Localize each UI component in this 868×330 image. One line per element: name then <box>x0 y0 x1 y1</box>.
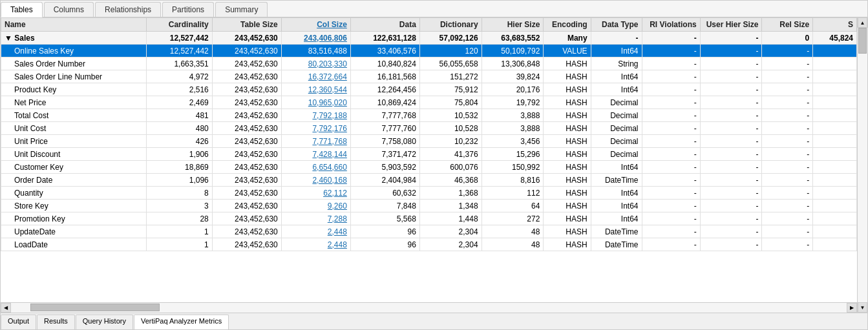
row-dictionary: 120 <box>419 45 482 57</box>
row-user-hier-size: - <box>700 161 762 174</box>
row-name: Net Price <box>1 96 147 109</box>
row-ri-violations: - <box>642 135 700 148</box>
row-encoding: HASH <box>544 96 591 109</box>
row-data: 7,371,472 <box>350 148 419 161</box>
row-extra <box>813 148 857 161</box>
row-cardinality: 3 <box>147 200 212 212</box>
row-hier-size: 272 <box>482 212 544 225</box>
bottom-tab-output[interactable]: Output <box>1 315 36 329</box>
row-hier-size: 50,109,792 <box>482 45 544 57</box>
table-row[interactable]: Unit Discount 1,906 243,452,630 7,428,14… <box>1 148 857 161</box>
bottom-tab-results[interactable]: Results <box>37 315 75 329</box>
col-header-user-hier-size[interactable]: User Hier Size <box>700 18 762 32</box>
row-data: 7,848 <box>350 200 419 212</box>
row-rel-size: - <box>762 83 813 96</box>
table-row[interactable]: Net Price 2,469 243,452,630 10,965,020 1… <box>1 96 857 109</box>
col-header-table-size[interactable]: Table Size <box>212 18 281 32</box>
col-header-data[interactable]: Data <box>350 18 419 32</box>
table-row[interactable]: LoadDate 1 243,452,630 2,448 96 2,304 48… <box>1 238 857 251</box>
row-dictionary: 600,076 <box>419 161 482 174</box>
row-cardinality: 8 <box>147 187 212 200</box>
h-scroll-left-btn[interactable]: ◀ <box>1 303 11 313</box>
row-rel-size: - <box>762 200 813 212</box>
h-scroll-thumb[interactable] <box>30 304 160 311</box>
group-row-sales[interactable]: ▼ Sales 12,527,442 243,452,630 243,406,8… <box>1 32 857 45</box>
row-user-hier-size: - <box>700 70 762 83</box>
row-data-type: Int64 <box>591 200 642 212</box>
row-user-hier-size: - <box>700 174 762 187</box>
table-content: Name Cardinality Table Size Col Size Dat… <box>1 17 857 313</box>
v-scrollbar[interactable]: ▲ ▼ <box>857 17 867 313</box>
col-header-extra[interactable]: S <box>813 18 857 32</box>
row-data: 7,777,760 <box>350 122 419 135</box>
col-header-name[interactable]: Name <box>1 18 147 32</box>
row-hier-size: 3,456 <box>482 135 544 148</box>
row-data: 10,869,424 <box>350 96 419 109</box>
row-col-size: 7,288 <box>281 212 350 225</box>
h-scroll-track[interactable] <box>11 303 847 313</box>
col-header-hier-size[interactable]: Hier Size <box>482 18 544 32</box>
table-row[interactable]: UpdateDate 1 243,452,630 2,448 96 2,304 … <box>1 225 857 238</box>
col-header-encoding[interactable]: Encoding <box>544 18 591 32</box>
main-area: Name Cardinality Table Size Col Size Dat… <box>1 17 867 313</box>
row-data: 5,568 <box>350 212 419 225</box>
table-row[interactable]: Customer Key 18,869 243,452,630 6,654,66… <box>1 161 857 174</box>
table-row[interactable]: Unit Cost 480 243,452,630 7,792,176 7,77… <box>1 122 857 135</box>
row-data-type: Decimal <box>591 109 642 122</box>
col-header-data-type[interactable]: Data Type <box>591 18 642 32</box>
table-row[interactable]: Sales Order Number 1,663,351 243,452,630… <box>1 57 857 70</box>
table-row[interactable]: Online Sales Key 12,527,442 243,452,630 … <box>1 45 857 57</box>
bottom-tab-query-history[interactable]: Query History <box>76 315 133 329</box>
row-encoding: HASH <box>544 174 591 187</box>
row-dictionary: 56,055,658 <box>419 57 482 70</box>
v-scroll-up-btn[interactable]: ▲ <box>858 17 867 28</box>
row-ri-violations: - <box>642 83 700 96</box>
col-header-ri-violations[interactable]: RI Violations <box>642 18 700 32</box>
col-header-col-size[interactable]: Col Size <box>281 18 350 32</box>
bottom-tab-bar: Output Results Query History VertiPaq An… <box>1 313 867 329</box>
col-header-cardinality[interactable]: Cardinality <box>147 18 212 32</box>
table-row[interactable]: Quantity 8 243,452,630 62,112 60,632 1,3… <box>1 187 857 200</box>
tab-relationships[interactable]: Relationships <box>95 2 161 17</box>
table-row[interactable]: Order Date 1,096 243,452,630 2,460,168 2… <box>1 174 857 187</box>
v-scroll-thumb[interactable] <box>858 28 867 54</box>
row-dictionary: 75,912 <box>419 83 482 96</box>
row-rel-size: - <box>762 122 813 135</box>
tab-summary[interactable]: Summary <box>215 2 268 17</box>
table-row[interactable]: Promotion Key 28 243,452,630 7,288 5,568… <box>1 212 857 225</box>
col-header-rel-size[interactable]: Rel Size <box>762 18 813 32</box>
row-dictionary: 46,368 <box>419 174 482 187</box>
h-scrollbar[interactable]: ◀ ▶ <box>1 302 857 313</box>
tab-tables[interactable]: Tables <box>1 2 43 17</box>
table-row[interactable]: Sales Order Line Number 4,972 243,452,63… <box>1 70 857 83</box>
row-ri-violations: - <box>642 109 700 122</box>
row-ri-violations: - <box>642 57 700 70</box>
row-hier-size: 48 <box>482 238 544 251</box>
h-scroll-right-btn[interactable]: ▶ <box>847 303 857 313</box>
v-scroll-track[interactable] <box>858 28 867 302</box>
table-row[interactable]: Unit Price 426 243,452,630 7,771,768 7,7… <box>1 135 857 148</box>
table-row[interactable]: Product Key 2,516 243,452,630 12,360,544… <box>1 83 857 96</box>
row-table-size: 243,452,630 <box>212 57 281 70</box>
table-row[interactable]: Total Cost 481 243,452,630 7,792,188 7,7… <box>1 109 857 122</box>
tab-partitions[interactable]: Partitions <box>162 2 214 17</box>
row-name: Promotion Key <box>1 212 147 225</box>
row-data-type: Int64 <box>591 187 642 200</box>
tab-columns[interactable]: Columns <box>44 2 94 17</box>
row-extra <box>813 135 857 148</box>
row-dictionary: 2,304 <box>419 238 482 251</box>
row-col-size: 12,360,544 <box>281 83 350 96</box>
v-scroll-down-btn[interactable]: ▼ <box>858 302 867 313</box>
scroll-area[interactable]: Name Cardinality Table Size Col Size Dat… <box>1 17 857 302</box>
bottom-tab-vertipaq[interactable]: VertiPaq Analyzer Metrics <box>134 315 229 329</box>
row-hier-size: 3,888 <box>482 109 544 122</box>
row-cardinality: 1,906 <box>147 148 212 161</box>
row-col-size: 62,112 <box>281 187 350 200</box>
row-encoding: HASH <box>544 200 591 212</box>
table-row[interactable]: Store Key 3 243,452,630 9,260 7,848 1,34… <box>1 200 857 212</box>
col-header-dictionary[interactable]: Dictionary <box>419 18 482 32</box>
row-user-hier-size: - <box>700 148 762 161</box>
row-extra <box>813 225 857 238</box>
row-data-type: Decimal <box>591 96 642 109</box>
row-cardinality: 28 <box>147 212 212 225</box>
